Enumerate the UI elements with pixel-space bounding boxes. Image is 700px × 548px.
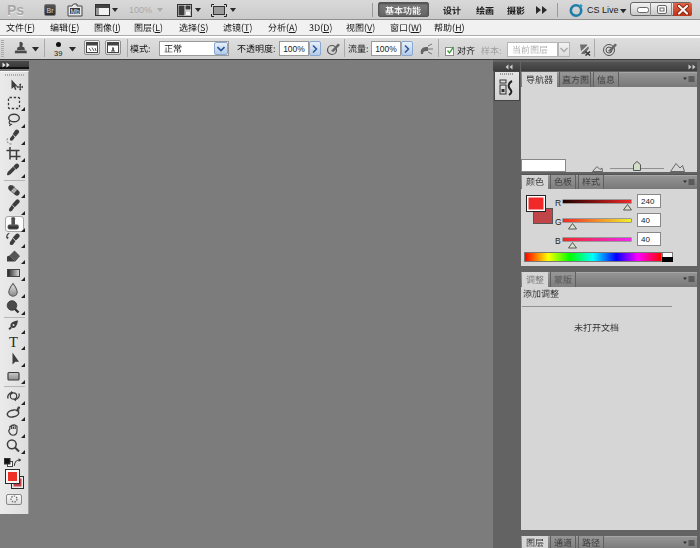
svg-text:T: T [9, 334, 18, 350]
svg-text:Mb: Mb [70, 8, 79, 15]
